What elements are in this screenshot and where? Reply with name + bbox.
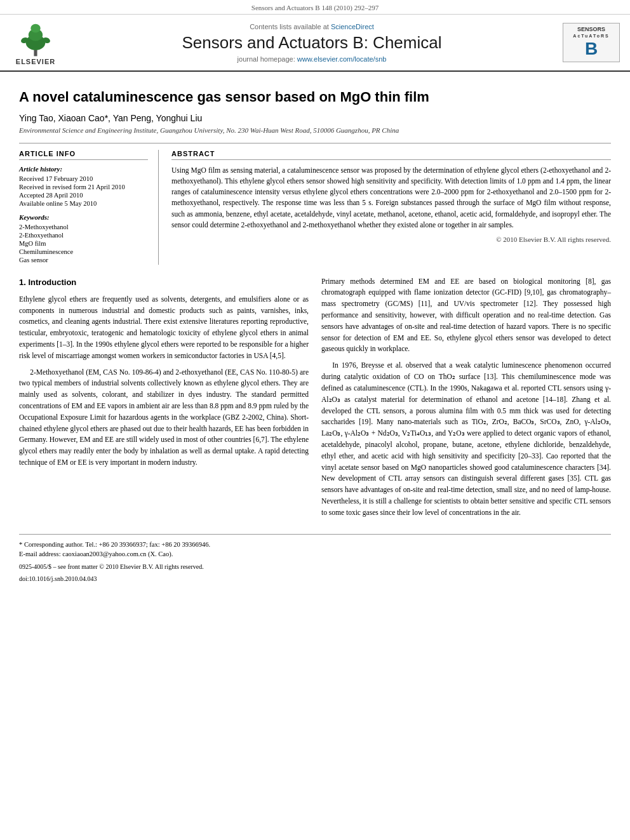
footnote-section: * Corresponding author. Tel.: +86 20 393… [19, 534, 611, 584]
article-info-panel: ARTICLE INFO Article history: Received 1… [19, 150, 159, 265]
sensors-logo-line1: SENSORS AcTuAToRS [573, 26, 609, 39]
abstract-panel: ABSTRACT Using MgO film as sensing mater… [171, 150, 611, 265]
history-revised: Received in revised form 21 April 2010 [19, 183, 148, 190]
authors-line: Ying Tao, Xiaoan Cao*, Yan Peng, Yonghui… [19, 113, 611, 123]
svg-rect-0 [34, 50, 37, 56]
article-info-heading: ARTICLE INFO [19, 150, 148, 160]
journal-ref-text: Sensors and Actuators B 148 (2010) 292–2… [251, 4, 379, 11]
body-left-col: 1. Introduction Ethylene glycol ethers a… [19, 276, 309, 524]
keyword-1: 2-Methoxyethanol [19, 223, 148, 230]
intro-para-1: Ethylene glycol ethers are frequently us… [19, 294, 309, 362]
history-label: Article history: [19, 165, 148, 173]
intro-heading: 1. Introduction [19, 276, 309, 289]
keyword-5: Gas sensor [19, 257, 148, 263]
history-online: Available online 5 May 2010 [19, 200, 148, 207]
elsevier-tree-icon [17, 20, 55, 58]
sciencedirect-anchor[interactable]: ScienceDirect [331, 23, 374, 30]
journal-title-block: Contents lists available at ScienceDirec… [67, 23, 556, 63]
intro-para-2: 2-Methoxyethanol (EM, CAS No. 109-86-4) … [19, 367, 309, 469]
journal-banner: ELSEVIER Contents lists available at Sci… [0, 15, 630, 72]
journal-name: Sensors and Actuators B: Chemical [67, 33, 556, 53]
history-received: Received 17 February 2010 [19, 175, 148, 182]
elsevier-label: ELSEVIER [16, 58, 55, 65]
journal-reference: Sensors and Actuators B 148 (2010) 292–2… [0, 0, 630, 15]
abstract-heading: ABSTRACT [171, 150, 611, 160]
journal-logo-box: SENSORS AcTuAToRS B [563, 23, 620, 63]
article-container: A novel cataluminescence gas sensor base… [0, 72, 630, 596]
sensors-logo-b: B [585, 39, 598, 59]
right-para-2: In 1976, Breysse et al. observed that a … [321, 360, 611, 518]
footnote-issn-line: 0925-4005/$ – see front matter © 2010 El… [19, 562, 611, 571]
sciencedirect-link: Contents lists available at ScienceDirec… [67, 23, 556, 30]
body-right-col: Primary methods determined EM and EE are… [321, 276, 611, 524]
elsevier-logo: ELSEVIER [10, 20, 61, 65]
abstract-text: Using MgO film as sensing material, a ca… [171, 165, 611, 231]
copyright-line: © 2010 Elsevier B.V. All rights reserved… [171, 236, 611, 243]
article-info-abstract: ARTICLE INFO Article history: Received 1… [19, 143, 611, 265]
journal-homepage: journal homepage: www.elsevier.com/locat… [67, 55, 556, 63]
right-para-1: Primary methods determined EM and EE are… [321, 276, 611, 356]
keyword-4: Chemiluminescence [19, 248, 148, 255]
article-title: A novel cataluminescence gas sensor base… [19, 88, 611, 107]
footnote-email-line: E-mail address: caoxiaoan2003@yahoo.com.… [19, 549, 611, 559]
keywords-label: Keywords: [19, 213, 148, 221]
keyword-2: 2-Ethoxyethanol [19, 232, 148, 239]
keyword-3: MgO film [19, 240, 148, 247]
footnote-star-line: * Corresponding author. Tel.: +86 20 393… [19, 540, 611, 550]
history-accepted: Accepted 28 April 2010 [19, 192, 148, 199]
affiliation: Environmental Science and Engineering In… [19, 126, 611, 134]
authors-text: Ying Tao, Xiaoan Cao*, Yan Peng, Yonghui… [19, 113, 202, 123]
footnote-doi-line: doi:10.1016/j.snb.2010.04.043 [19, 574, 611, 583]
svg-point-3 [30, 24, 40, 33]
homepage-url[interactable]: www.elsevier.com/locate/snb [297, 55, 387, 63]
body-columns: 1. Introduction Ethylene glycol ethers a… [19, 276, 611, 524]
